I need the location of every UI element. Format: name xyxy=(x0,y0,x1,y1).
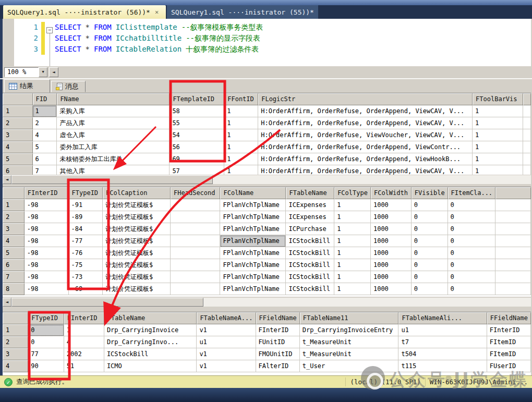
grid-cell[interactable]: -77 xyxy=(69,235,103,247)
grid-cell[interactable] xyxy=(523,153,531,165)
sql-editor[interactable]: 1 − SELECT*FROMIClisttemplate--叙事簿模板事务类型… xyxy=(3,19,531,66)
grid-cell[interactable]: H:OrderAffirm, OrderRefuse, OrderAppend,… xyxy=(258,141,473,153)
grid-cell[interactable] xyxy=(495,235,531,247)
column-header-FFieldName[interactable]: FFieldName xyxy=(487,312,531,324)
code-line-2[interactable]: 2 SELECT*FROMICchatbilltitle--叙事簿的显示字段表 xyxy=(3,33,531,44)
code-line-3[interactable]: 3 SELECT*FROMICtableRelation十叙事簿的过滤条件表 xyxy=(3,44,531,55)
grid-cell[interactable]: 虚仓入库 xyxy=(57,129,170,141)
grid-cell[interactable]: 1 xyxy=(473,129,523,141)
grid-cell[interactable]: t504 xyxy=(398,348,487,360)
grid-cell[interactable]: 采购入库 xyxy=(57,105,170,117)
grid-cell[interactable]: -98 xyxy=(25,283,69,295)
grid-cell[interactable]: 0 xyxy=(448,211,495,223)
row-header[interactable]: 4 xyxy=(3,141,33,153)
scrollbar-thumb[interactable] xyxy=(11,175,213,184)
grid-cell[interactable]: FItemID xyxy=(487,336,531,348)
grid-cell[interactable]: 1 xyxy=(473,165,523,175)
grid-cell[interactable]: ICMO xyxy=(104,360,197,372)
grid-cell[interactable]: 0 xyxy=(412,283,448,295)
grid-cell[interactable]: t7 xyxy=(398,336,487,348)
grid-cell[interactable]: 产品入库 xyxy=(57,117,170,129)
grid-cell[interactable]: 54 xyxy=(170,129,224,141)
row-header[interactable]: 2 xyxy=(3,336,28,348)
grid-cell[interactable] xyxy=(523,141,531,153)
grid-cell[interactable]: 1000 xyxy=(371,211,412,223)
grid-cell[interactable]: 1 xyxy=(33,105,57,117)
grid-cell[interactable] xyxy=(495,247,531,259)
grid-cell[interactable]: 1 xyxy=(334,211,371,223)
grid-cell[interactable]: 计划价凭证模板$ xyxy=(103,211,171,223)
grid-cell[interactable]: 未核销委外加工出库单 xyxy=(57,153,170,165)
grid-cell[interactable]: 1 xyxy=(473,117,523,129)
grid-cell[interactable]: FUnitID xyxy=(256,336,300,348)
row-header[interactable]: 6 xyxy=(3,165,33,175)
grid-cell[interactable]: 51 xyxy=(64,360,104,372)
grid-cell[interactable]: 0 xyxy=(448,271,495,283)
column-header-FTableName11[interactable]: FTableName11 xyxy=(300,312,399,324)
grid-cell[interactable]: 1000 xyxy=(371,283,412,295)
grid-cell[interactable]: 1 xyxy=(224,129,258,141)
row-header[interactable]: 1 xyxy=(3,199,25,211)
column-header-FTypeID[interactable]: FTypeID xyxy=(28,312,64,324)
grid-cell[interactable]: Drp_CarryingInvoice xyxy=(104,324,197,336)
grid-cell[interactable]: FPlanVchTplName xyxy=(220,247,286,259)
grid-cell[interactable]: 计划价凭证模板$ xyxy=(103,223,171,235)
grid-cell[interactable] xyxy=(523,129,531,141)
tab-messages[interactable]: 消息 xyxy=(51,81,86,92)
grid-cell[interactable] xyxy=(495,199,531,211)
column-header-FFieldName[interactable]: FFieldName xyxy=(256,312,300,324)
grid-cell[interactable]: 委外加工入库 xyxy=(57,141,170,153)
grid-cell[interactable]: 0 xyxy=(448,283,495,295)
column-header-FHeadSecond[interactable]: FHeadSecond xyxy=(171,187,220,199)
grid-cell[interactable] xyxy=(171,259,220,271)
zoom-dropdown-icon[interactable]: ▼ xyxy=(39,67,47,77)
grid-cell[interactable]: 0 xyxy=(412,247,448,259)
tab-sqlquery1-56[interactable]: SQLQuery1.sql -···inistrator (56))* ✕ xyxy=(3,5,166,19)
column-header-FColName[interactable]: FColName xyxy=(220,187,286,199)
row-header[interactable]: 2 xyxy=(3,211,25,223)
grid-cell[interactable]: 57 xyxy=(170,165,224,175)
grid-cell[interactable]: ICStockBill xyxy=(286,247,334,259)
grid-cell[interactable]: 0 xyxy=(412,211,448,223)
grid-cell[interactable]: FInterID xyxy=(256,324,300,336)
column-header-FItemCla...[interactable]: FItemCla... xyxy=(448,187,495,199)
grid-cell[interactable]: v1 xyxy=(197,324,256,336)
row-header[interactable]: 3 xyxy=(3,348,28,360)
grid-cell[interactable]: FPlanVchTplName xyxy=(220,271,286,283)
grid1-hscrollbar[interactable]: ◄ xyxy=(3,175,531,184)
grid-cell[interactable] xyxy=(495,211,531,223)
row-header[interactable]: 2 xyxy=(3,117,33,129)
grid-cell[interactable]: 0 xyxy=(448,259,495,271)
grid-cell[interactable]: 1 xyxy=(334,235,371,247)
scroll-left-icon[interactable]: ◄ xyxy=(3,298,11,307)
grid-cell[interactable] xyxy=(171,271,220,283)
code-line-1[interactable]: 1 − SELECT*FROMIClisttemplate--叙事簿模板事务类型… xyxy=(3,22,531,33)
grid-cell[interactable] xyxy=(171,247,220,259)
grid-cell[interactable]: -73 xyxy=(69,271,103,283)
grid-cell[interactable]: FPlanVchTplName xyxy=(220,223,286,235)
grid-cell[interactable]: 1 xyxy=(334,271,371,283)
grid-cell[interactable]: -89 xyxy=(69,211,103,223)
tab-results[interactable]: 结果 xyxy=(4,79,50,93)
grid-cell[interactable]: 1 xyxy=(224,153,258,165)
grid-cell[interactable] xyxy=(171,199,220,211)
grid-cell[interactable] xyxy=(495,283,531,295)
row-header[interactable]: 6 xyxy=(3,259,25,271)
grid-cell[interactable]: 1 xyxy=(224,117,258,129)
grid-cell[interactable]: v1 xyxy=(197,348,256,360)
grid-cell[interactable]: 1 xyxy=(334,223,371,235)
zoom-level-select[interactable]: 100 % xyxy=(4,67,39,77)
grid-cell[interactable]: u1 xyxy=(398,324,487,336)
grid-cell[interactable]: 0 xyxy=(28,336,64,348)
grid-cell[interactable]: FInterID xyxy=(487,324,531,336)
grid-cell[interactable]: 计划价凭证模板$ xyxy=(103,259,171,271)
column-header-FColCaption[interactable]: FColCaption xyxy=(103,187,171,199)
grid-cell[interactable]: t_MeasureUnit xyxy=(300,336,399,348)
grid-cell[interactable]: 计划价凭证模板$ xyxy=(103,235,171,247)
column-header-FInterID[interactable]: FInterID xyxy=(64,312,104,324)
grid-cell[interactable]: 7 xyxy=(33,165,57,175)
grid-cell[interactable]: -98 xyxy=(25,259,69,271)
column-header-FTableName[interactable]: FTableName xyxy=(104,312,197,324)
grid-cell[interactable]: -69 xyxy=(69,283,103,295)
row-header[interactable]: 8 xyxy=(3,283,25,295)
